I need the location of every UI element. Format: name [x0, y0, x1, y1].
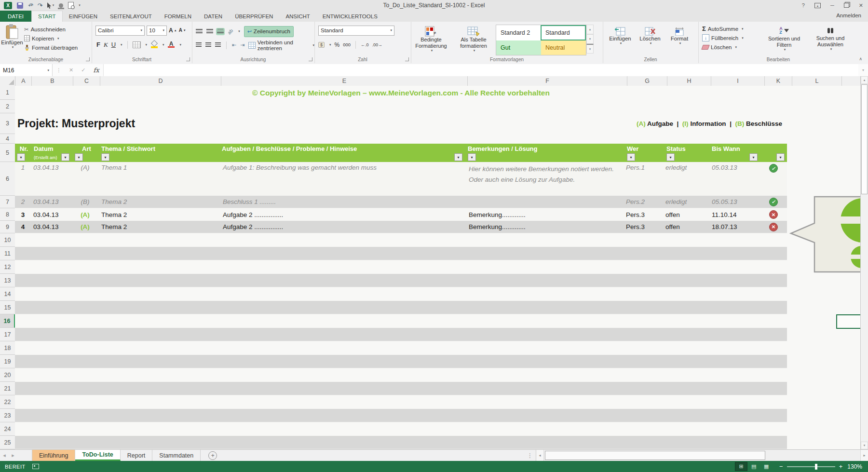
column-header-a[interactable]: A [15, 76, 32, 86]
tab-start[interactable]: START [31, 11, 63, 22]
zoom-level[interactable]: 130% [842, 463, 868, 470]
underline-button[interactable]: U [111, 41, 116, 48]
cell-art[interactable]: (A) [72, 211, 98, 218]
cell-thema[interactable]: Thema 2 [98, 223, 219, 230]
tab-ueberpruefen[interactable]: ÜBERPRÜFEN [229, 11, 279, 22]
gallery-more-button[interactable]: ▾ [586, 44, 594, 54]
cell-wer[interactable]: Pers.2 [624, 198, 664, 205]
sort-filter-button[interactable]: AZ Sortieren und Filtern ▾ [761, 24, 807, 52]
empty-row[interactable] [15, 301, 787, 314]
filter-button[interactable]: ▾ [17, 153, 25, 161]
header-aufgaben[interactable]: Aufgaben / Beschlüsse / Probleme / Hinwe… [219, 144, 465, 162]
row-header-22[interactable]: 22 [0, 395, 15, 409]
filter-button[interactable]: ▾ [101, 153, 109, 161]
font-color-icon[interactable]: A [168, 41, 175, 48]
borders-icon[interactable] [133, 41, 141, 48]
zoom-in-button[interactable]: + [839, 463, 843, 470]
macro-record-icon[interactable] [32, 464, 39, 469]
enter-button[interactable]: ✓ [77, 64, 89, 76]
cell-aufgabe[interactable]: Aufgabe 2 ................ [219, 211, 465, 218]
cell-status-icon[interactable]: ✕ [760, 223, 787, 231]
row-header-10[interactable]: 10 [0, 233, 15, 247]
decrease-decimal-icon[interactable]: .00→ [372, 42, 383, 47]
tab-entwicklertools[interactable]: ENTWICKLERTOOLS [316, 11, 384, 22]
align-left-icon[interactable] [196, 42, 202, 48]
cell-art[interactable]: (A) [72, 164, 98, 171]
tab-scrollbar-splitter[interactable]: ⋮ [524, 452, 536, 459]
sheet-tab-einfuehrung[interactable]: Einführung [32, 450, 75, 461]
sheet-tab-report[interactable]: Report [121, 450, 153, 461]
tab-ansicht[interactable]: ANSICHT [279, 11, 316, 22]
font-dialog-launcher[interactable] [186, 57, 190, 61]
save-icon[interactable] [17, 2, 23, 9]
column-header-f[interactable]: F [468, 76, 627, 86]
cell-aufgabe[interactable]: Aufgabe 2 ................ [219, 223, 465, 230]
row-header-9[interactable]: 9 [0, 221, 15, 233]
filter-button[interactable]: ▾ [666, 153, 675, 161]
wrap-text-button[interactable]: ↩ Zeilenumbruch [244, 26, 294, 37]
scroll-up-button[interactable]: ▴ [861, 76, 868, 84]
increase-decimal-icon[interactable]: ←.0 [361, 42, 369, 47]
sign-in-link[interactable]: Anmelden [836, 13, 861, 18]
cell-wer[interactable]: Pers.1 [624, 164, 664, 171]
comment-callout-balloon[interactable] [789, 195, 860, 273]
alignment-dialog-launcher[interactable] [309, 57, 312, 61]
header-thema[interactable]: Thema / Stichwort ▾ [98, 144, 219, 162]
tab-einfuegen[interactable]: EINFÜGEN [63, 11, 104, 22]
cell-nr[interactable]: 3 [15, 211, 31, 218]
bold-button[interactable]: F [96, 41, 100, 48]
align-bottom-icon[interactable] [217, 29, 224, 34]
cell-art[interactable]: (B) [72, 198, 98, 205]
empty-row[interactable] [15, 368, 787, 382]
cell-datum[interactable]: 03.04.13 [31, 211, 72, 218]
row-header-7[interactable]: 7 [0, 196, 15, 208]
empty-row[interactable] [15, 287, 787, 301]
empty-row[interactable] [15, 274, 787, 287]
close-button[interactable]: ✕ [859, 2, 863, 9]
cell-nr[interactable]: 4 [15, 223, 31, 230]
decrease-font-icon[interactable]: A [179, 28, 182, 33]
scroll-right-button[interactable]: ▸ [860, 450, 868, 461]
horizontal-scroll-thumb[interactable] [545, 451, 765, 460]
conditional-formatting-button[interactable]: ≠ Bedingte Formatierung ▾ [411, 24, 451, 53]
style-gut[interactable]: Gut [496, 40, 541, 55]
zoom-out-button[interactable]: − [779, 463, 783, 470]
cell-bis-wann[interactable]: 18.07.13 [707, 223, 760, 230]
delete-cells-button[interactable]: Löschen ▾ [637, 25, 663, 45]
empty-row[interactable] [15, 409, 787, 422]
minimize-button[interactable]: ─ [830, 2, 834, 8]
column-header-l[interactable]: L [792, 76, 842, 86]
row-header-6[interactable]: 6 [0, 162, 15, 196]
undo-button[interactable]: ↶▾ [28, 2, 32, 9]
autosum-button[interactable]: Σ AutoSumme▾ [702, 24, 761, 33]
customize-qat-icon[interactable]: ▾ [79, 3, 81, 7]
fill-color-icon[interactable] [150, 41, 158, 48]
align-right-icon[interactable] [215, 42, 221, 48]
touch-mouse-mode-button[interactable]: ▾ [47, 2, 54, 9]
cell-aufgabe[interactable]: Beschluss 1 ......... [219, 198, 465, 205]
cell-bis-wann[interactable]: 05.03.13 [707, 164, 760, 171]
scroll-down-button[interactable]: ▾ [861, 442, 868, 449]
tab-daten[interactable]: DATEN [198, 11, 229, 22]
empty-row[interactable] [15, 355, 787, 368]
cell-status[interactable]: offen [664, 223, 707, 230]
cell-status-icon[interactable]: ✕ [760, 210, 787, 219]
header-bis-wann[interactable]: Bis Wann ▾ [707, 144, 760, 162]
zoom-slider-knob[interactable] [815, 464, 817, 470]
cell-aufgabe[interactable]: Aufgabe 1: Beschreibung was gemacht werd… [219, 164, 465, 171]
sheet-nav-prev-icon[interactable]: ◂ [0, 450, 9, 461]
empty-row[interactable] [15, 436, 787, 449]
column-header-d[interactable]: D [100, 76, 221, 86]
cell-status-icon[interactable]: ✓ [760, 198, 787, 206]
cell-status[interactable]: erledigt [664, 198, 707, 205]
row-header-14[interactable]: 14 [0, 287, 15, 301]
print-preview-icon[interactable] [68, 2, 74, 9]
add-sheet-button[interactable]: + [208, 451, 217, 460]
row-header-15[interactable]: 15 [0, 301, 15, 314]
row-header-11[interactable]: 11 [0, 247, 15, 260]
cell-art[interactable]: (A) [72, 223, 98, 230]
column-header-e[interactable]: E [221, 76, 468, 86]
row-header-21[interactable]: 21 [0, 382, 15, 395]
redo-button[interactable]: ↷▾ [37, 2, 41, 9]
gallery-up-button[interactable]: ▴ [586, 25, 594, 34]
